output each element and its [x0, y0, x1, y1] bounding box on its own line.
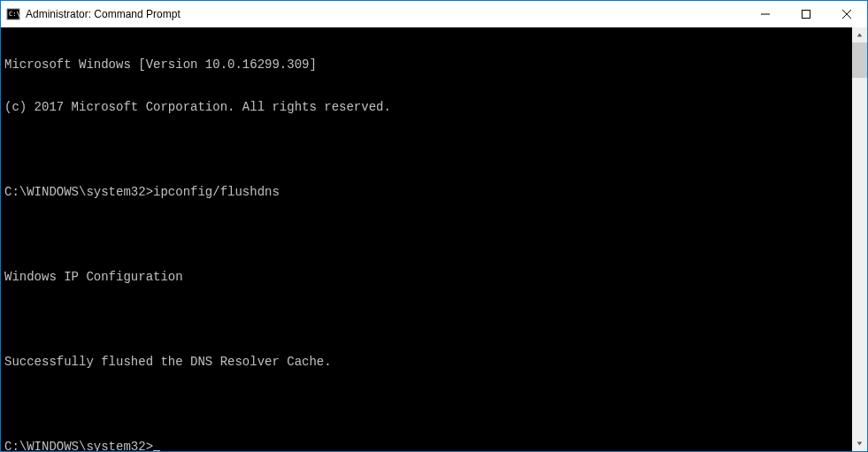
window-controls: [745, 1, 867, 27]
svg-rect-3: [803, 11, 810, 19]
terminal-line: [4, 227, 849, 241]
terminal-line: Successfully flushed the DNS Resolver Ca…: [4, 355, 849, 369]
terminal-line: [4, 397, 849, 411]
app-icon: C:\: [6, 7, 20, 21]
close-button[interactable]: [826, 1, 867, 27]
terminal-prompt-line: C:\WINDOWS\system32>: [4, 440, 849, 451]
terminal-line: C:\WINDOWS\system32>ipconfig/flushdns: [4, 185, 849, 199]
window-title: Administrator: Command Prompt: [26, 8, 745, 20]
scroll-up-button[interactable]: [852, 27, 867, 42]
terminal-line: Microsoft Windows [Version 10.0.16299.30…: [4, 57, 849, 72]
cursor-icon: [153, 450, 160, 451]
minimize-button[interactable]: [745, 1, 786, 27]
terminal-line: (c) 2017 Microsoft Corporation. All righ…: [4, 100, 849, 114]
terminal-line: [4, 312, 849, 326]
vertical-scrollbar[interactable]: [852, 27, 867, 451]
scroll-track[interactable]: [852, 42, 867, 436]
titlebar[interactable]: C:\ Administrator: Command Prompt: [1, 1, 867, 27]
client-area: Microsoft Windows [Version 10.0.16299.30…: [1, 27, 867, 451]
svg-marker-6: [857, 33, 863, 36]
maximize-button[interactable]: [786, 1, 826, 27]
scroll-thumb[interactable]: [852, 42, 867, 78]
svg-text:C:\: C:\: [9, 11, 20, 18]
prompt-text: C:\WINDOWS\system32>: [4, 440, 153, 451]
terminal-line: Windows IP Configuration: [4, 270, 849, 284]
svg-marker-7: [857, 441, 863, 445]
command-prompt-window: C:\ Administrator: Command Prompt Micros…: [0, 0, 868, 452]
terminal-line: [4, 142, 849, 157]
terminal-output[interactable]: Microsoft Windows [Version 10.0.16299.30…: [1, 27, 852, 451]
scroll-down-button[interactable]: [852, 436, 867, 451]
